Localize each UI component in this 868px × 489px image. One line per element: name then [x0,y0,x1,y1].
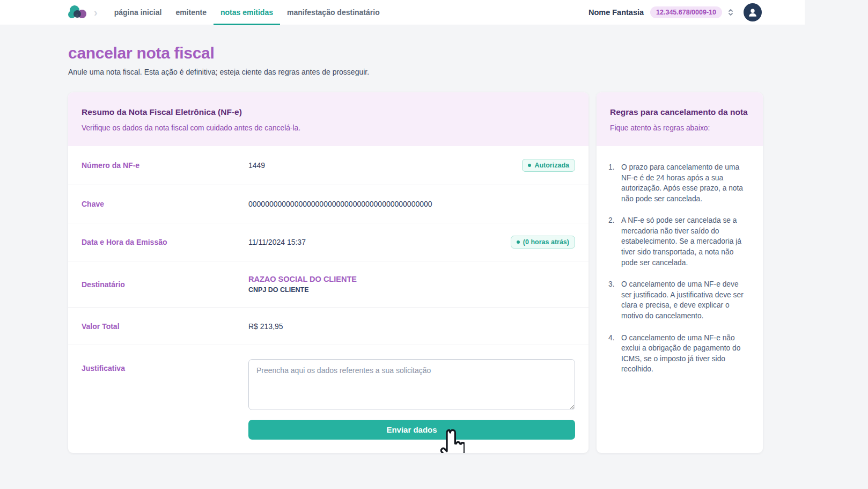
user-avatar[interactable] [744,3,762,21]
rule-item-1: O prazo para cancelamento de uma NF-e é … [608,162,750,204]
justificativa-label: Justificativa [82,359,248,373]
emission-age-badge-label: (0 horas atrás) [523,238,569,246]
nav-item-notas-emitidas[interactable]: notas emitidas [214,0,280,25]
rule-item-3-text: O cancelamento de uma NF-e deve ser just… [621,279,750,321]
nfe-summary-card: Resumo da Nota Fiscal Eletrônica (NF-e) … [68,92,589,453]
rule-item-4-text: O cancelamento de uma NF-e não exclui a … [621,333,750,375]
nav-item-manifestacao-destinatario[interactable]: manifestação destinatário [280,0,387,25]
destinatario-cnpj: CNPJ DO CLIENTE [248,286,575,294]
summary-card-subtitle: Verifique os dados da nota fiscal com cu… [82,124,575,132]
row-numero-nfe: Número da NF-e 1449 Autorizada [68,146,589,185]
row-valor-total: Valor Total R$ 213,95 [68,308,589,345]
page-title: cancelar nota fiscal [68,44,868,62]
breadcrumb-chevron-icon: › [94,7,98,18]
row-data-emissao: Data e Hora da Emissão 11/11/2024 15:37 … [68,223,589,261]
top-navigation-bar: › página inicial emitente notas emitidas… [0,0,805,25]
numero-nfe-label: Número da NF-e [82,161,248,170]
rule-item-2-text: A NF-e só pode ser cancelada se a mercad… [621,215,750,268]
cancellation-rules-card: Regras para cancelamento da nota Fique a… [597,92,763,453]
rules-list: O prazo para cancelamento de uma NF-e é … [608,162,750,375]
summary-card-header: Resumo da Nota Fiscal Eletrônica (NF-e) … [68,92,589,146]
rules-card-subtitle: Fique atento às regras abaixo: [610,124,749,132]
emission-age-dot-icon [517,240,520,244]
rules-card-title: Regras para cancelamento da nota [610,107,749,117]
rule-item-3: O cancelamento de uma NF-e deve ser just… [608,279,750,321]
valor-total-label: Valor Total [82,322,248,331]
emission-age-badge: (0 horas atrás) [511,236,575,249]
status-badge: Autorizada [522,159,575,172]
main-nav: página inicial emitente notas emitidas m… [107,0,387,25]
chave-value: 0000000000000000000000000000000000000000… [248,200,575,208]
company-name-label: Nome Fantasia [589,8,644,17]
page-subtitle: Anule uma nota fiscal. Esta ação é defin… [68,68,868,76]
content-columns: Resumo da Nota Fiscal Eletrônica (NF-e) … [68,92,763,453]
valor-total-value: R$ 213,95 [248,322,575,331]
data-emissao-value: 11/11/2024 15:37 [248,238,511,246]
row-chave: Chave 0000000000000000000000000000000000… [68,185,589,223]
destinatario-label: Destinatário [82,280,248,289]
justificativa-textarea[interactable] [248,359,575,410]
enviar-dados-button[interactable]: Enviar dados [248,420,575,440]
nav-item-emitente[interactable]: emitente [168,0,214,25]
summary-card-title: Resumo da Nota Fiscal Eletrônica (NF-e) [82,107,575,117]
nav-item-pagina-inicial[interactable]: página inicial [107,0,169,25]
rule-item-2: A NF-e só pode ser cancelada se a mercad… [608,215,750,268]
app-logo-icon[interactable] [67,4,86,20]
row-destinatario: Destinatário RAZAO SOCIAL DO CLIENTE CNP… [68,261,589,308]
rules-card-header: Regras para cancelamento da nota Fique a… [597,92,763,146]
cnpj-badge[interactable]: 12.345.678/0009-10 [650,6,722,18]
rule-item-4: O cancelamento de uma NF-e não exclui a … [608,333,750,375]
rules-list-container: O prazo para cancelamento de uma NF-e é … [597,146,763,399]
row-justificativa: Justificativa Enviar dados [68,345,589,453]
rule-item-1-text: O prazo para cancelamento de uma NF-e é … [621,162,750,204]
chave-label: Chave [82,200,248,208]
data-emissao-label: Data e Hora da Emissão [82,238,248,246]
cancel-invoice-page: cancelar nota fiscal Anule uma nota fisc… [0,25,868,453]
numero-nfe-value: 1449 [248,161,522,170]
topbar-right-group: Nome Fantasia 12.345.678/0009-10 [589,3,805,21]
status-dot-icon [528,164,531,167]
company-switcher-chevrons-icon[interactable] [727,8,734,17]
status-badge-label: Autorizada [534,162,569,169]
destinatario-razao-social: RAZAO SOCIAL DO CLIENTE [248,275,575,283]
destinatario-value: RAZAO SOCIAL DO CLIENTE CNPJ DO CLIENTE [248,275,575,294]
